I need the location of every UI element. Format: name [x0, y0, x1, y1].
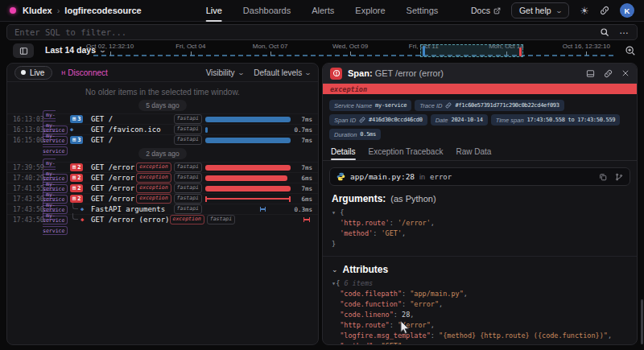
docs-link[interactable]: Docs	[471, 6, 501, 15]
timeline-selection[interactable]	[420, 44, 523, 57]
code-line: 'http.route': '/error',	[332, 218, 628, 229]
row-tags: exceptionfastapi	[136, 183, 202, 192]
span-name: GET /	[91, 136, 113, 144]
timeline-tick-label: Oct 02, 12:32:10	[86, 43, 134, 50]
link-icon	[359, 117, 365, 123]
child-count-badge[interactable]: ⊞3	[70, 136, 83, 143]
attributes-code-block[interactable]: ▾{ 6 items "code.filepath": "app/main.py…	[323, 278, 637, 345]
meta-pill-service-name[interactable]: Service Namemy-service	[329, 100, 411, 111]
trace-row[interactable]: 17:43:50my-service◆GET /error (error)exc…	[7, 214, 318, 224]
child-count-badge[interactable]: ⊞2	[70, 195, 83, 202]
visibility-dropdown[interactable]: Visibility ⌄	[206, 68, 244, 77]
span-name: GET /error	[91, 195, 134, 203]
trace-row-marker[interactable]: ⊞3	[70, 136, 89, 143]
meta-pill-span-id[interactable]: Span ID#416d30c0ccd46cd0	[329, 114, 427, 126]
disconnect-button[interactable]: ʜ Disconnect	[61, 68, 107, 77]
plus-box-icon: ⊞	[72, 196, 76, 202]
trace-row-marker[interactable]: ⊞2	[70, 174, 89, 181]
tab-settings[interactable]: Settings	[407, 0, 439, 22]
timeline-activity-spike-red	[519, 47, 522, 56]
timeline-baseline	[93, 55, 613, 56]
meta-pill-time-span[interactable]: Time span17:43:50.558 to 17:43:50.559	[491, 114, 621, 126]
search-icon[interactable]	[600, 27, 609, 37]
tab-dashboards[interactable]: Dashboards	[243, 0, 291, 22]
close-icon[interactable]	[621, 69, 630, 77]
tab-live[interactable]: Live	[206, 0, 222, 22]
row-tags: exceptionfastapi	[136, 194, 202, 203]
default-levels-label: Default levels	[254, 68, 302, 77]
empty-window-message: No older items in the selected time wind…	[7, 82, 318, 97]
row-tags: exceptionfastapi	[136, 163, 202, 171]
breadcrumb-project[interactable]: logfirecodesource	[64, 6, 141, 15]
trace-row-marker[interactable]: ⊞3	[70, 115, 89, 122]
meta-pill-date[interactable]: Date2024-10-14	[431, 114, 488, 126]
tab-explore[interactable]: Explore	[355, 0, 385, 22]
zoom-in-button[interactable]	[625, 45, 636, 56]
avatar[interactable]: K	[620, 3, 634, 18]
duration-track	[205, 135, 291, 146]
duration-label: 0.3ms	[291, 206, 312, 213]
trace-row-marker[interactable]: ◆	[70, 206, 89, 212]
dock-panel-icon[interactable]	[586, 69, 595, 78]
copy-link-icon[interactable]	[604, 69, 613, 78]
span-tab-details[interactable]: Details	[331, 147, 356, 160]
timeline-tick-label: Mon, Oct 07	[253, 43, 288, 50]
child-count-badge[interactable]: ⊞3	[70, 115, 83, 122]
git-branch-icon[interactable]	[615, 173, 623, 181]
span-name: FastAPI arguments	[91, 205, 165, 213]
timeline[interactable]: Oct 02, 12:32:10Fri, Oct 04Mon, Oct 07We…	[93, 43, 613, 60]
exception-tag: exception	[170, 215, 204, 224]
child-count-badge[interactable]: ⊞2	[70, 174, 83, 181]
child-count-badge[interactable]: ⊞2	[70, 163, 83, 171]
child-count: 2	[77, 175, 80, 181]
trace-row-marker[interactable]: ◆	[70, 216, 89, 223]
meta-pill-trace-id[interactable]: Trace ID#f1c60e57391d771c290c0b22cd4ef09…	[415, 100, 564, 111]
duration-label: 6ms	[291, 196, 312, 203]
span-tab-raw-data[interactable]: Raw Data	[456, 147, 491, 160]
arguments-code-block[interactable]: ▾ { 'http.route': '/error', 'method': 'G…	[323, 207, 637, 249]
duration-track	[205, 194, 291, 204]
code-location-file[interactable]: app/main.py:28	[350, 172, 415, 181]
span-tab-exception-traceback[interactable]: Exception Traceback	[369, 147, 444, 160]
trace-row-marker[interactable]: ⊞2	[70, 163, 89, 171]
live-toggle-button[interactable]: Live	[14, 66, 52, 80]
meta-value: 2024-10-14	[452, 117, 483, 123]
duration-label: 6ms	[291, 175, 312, 182]
trace-row-time: 17:43:50	[13, 216, 43, 224]
meta-label: Span ID	[334, 117, 356, 124]
breadcrumb-org[interactable]: Kludex	[23, 6, 52, 15]
fastapi-tag: fastapi	[174, 135, 202, 144]
default-levels-dropdown[interactable]: Default levels ⌄	[254, 68, 311, 77]
time-group-chip[interactable]: 5 days ago	[138, 100, 187, 111]
scrollbar-thumb[interactable]	[641, 299, 643, 344]
tab-alerts[interactable]: Alerts	[312, 0, 334, 22]
timeline-tick	[110, 51, 111, 56]
child-count-badge[interactable]: ⊞2	[70, 184, 83, 191]
share-link-button[interactable]	[600, 6, 609, 15]
trace-row-marker[interactable]: ⊞2	[70, 195, 89, 202]
fastapi-tag: fastapi	[174, 125, 202, 134]
attributes-heading[interactable]: ⌄ Attributes	[323, 256, 637, 278]
time-group-chip[interactable]: 2 days ago	[138, 148, 187, 159]
get-help-button[interactable]: Get help ⌄	[511, 2, 569, 19]
meta-value: #416d30c0ccd46cd0	[369, 117, 423, 123]
copy-icon[interactable]	[599, 173, 607, 181]
timeline-tick-label: Oct 16, 12:32:10	[563, 43, 610, 50]
sql-filter-input[interactable]: Enter SQL to filter... …	[6, 24, 638, 40]
trace-row-marker[interactable]: ⊞2	[70, 184, 89, 191]
child-count: 3	[77, 137, 80, 143]
theme-toggle-button[interactable]: ☀	[580, 6, 589, 16]
trace-row-marker[interactable]: ◆	[70, 126, 89, 133]
row-tags: fastapi	[174, 125, 202, 134]
meta-pill-duration[interactable]: Duration0.5ms	[329, 129, 381, 140]
timeline-tick-label: Wed, Oct 09	[332, 43, 368, 50]
service-tag: my-service	[43, 204, 70, 235]
service-tag: my-service	[43, 125, 70, 155]
duration-label: 7ms	[291, 137, 312, 144]
trace-row-time: 17:39:59	[13, 164, 43, 171]
duration-label: 0.7ms	[291, 126, 312, 134]
collapse-sidebar-button[interactable]	[13, 43, 34, 58]
code-location-bar[interactable]: app/main.py:28 in error	[329, 167, 630, 186]
trace-row[interactable]: 16:15:00my-service⊞3GET /fastapi7ms	[7, 134, 318, 145]
plus-box-icon: ⊞	[72, 185, 76, 191]
